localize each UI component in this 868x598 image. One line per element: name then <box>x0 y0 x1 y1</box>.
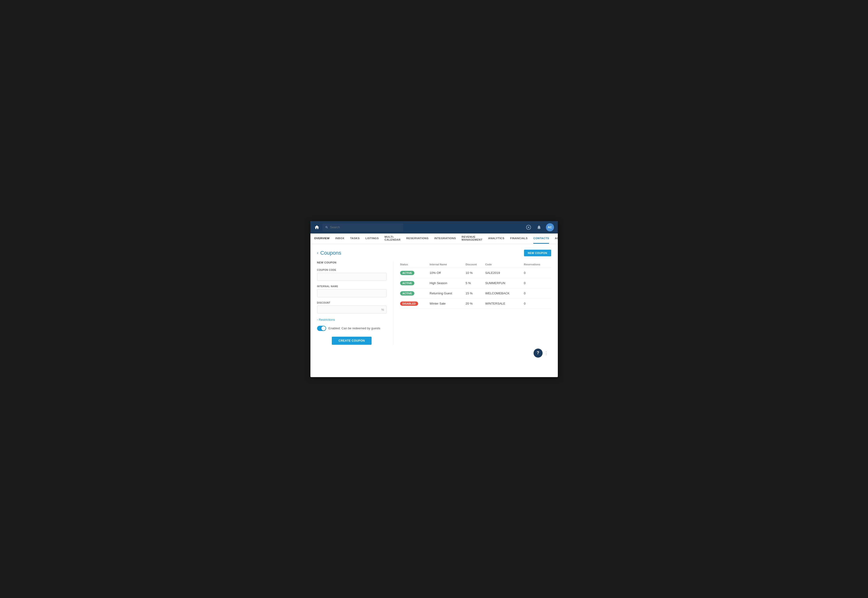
status-badge: DISABLED <box>400 302 418 306</box>
main-content: ‹ Coupons NEW COUPON NEW COUPON COUPON C… <box>310 244 558 377</box>
table-row: ACTIVE High Season 5 % SUMMERFUN 0 <box>400 278 551 288</box>
cell-reservations: 0 <box>524 288 551 298</box>
cell-discount: 20 % <box>465 298 485 309</box>
back-arrow[interactable]: ‹ <box>317 250 319 256</box>
nav-item-financials[interactable]: FINANCIALS <box>510 233 528 244</box>
cell-internal-name: Winter Sale <box>430 298 465 309</box>
table-row: ACTIVE 10% Off 10 % SALE2019 0 <box>400 268 551 278</box>
toggle-row: Enabled: Can be redeemed by guests <box>317 326 386 331</box>
cell-status: ACTIVE <box>400 278 430 288</box>
add-icon[interactable] <box>525 224 532 231</box>
top-bar-right: AC <box>525 223 554 231</box>
discount-wrap: % <box>317 305 386 314</box>
cell-discount: 5 % <box>465 278 485 288</box>
form-section-title: NEW COUPON <box>317 261 386 264</box>
nav-item-account[interactable]: ACCOUNT <box>555 233 558 244</box>
table-row: ACTIVE Returning Guest 15 % WELCOMEBACK … <box>400 288 551 298</box>
restrictions-label: Restrictions <box>319 318 335 321</box>
search-input[interactable] <box>330 226 400 229</box>
nav-item-multicalendar[interactable]: MULTI-CALENDAR <box>385 233 401 244</box>
cell-internal-name: High Season <box>430 278 465 288</box>
internal-name-label: INTERNAL NAME <box>317 285 386 288</box>
coupons-table: Status Internal name Discount Code Reser… <box>400 261 551 309</box>
browser-window: AC OVERVIEW INBOX TASKS LISTINGS MULTI-C… <box>310 221 558 377</box>
status-badge: ACTIVE <box>400 281 415 286</box>
col-code: Code <box>485 261 524 268</box>
create-coupon-button[interactable]: CREATE COUPON <box>332 337 371 345</box>
cell-code: WINTERSALE <box>485 298 524 309</box>
discount-group: DISCOUNT % <box>317 302 386 314</box>
internal-name-group: INTERNAL NAME <box>317 285 386 297</box>
search-bar <box>322 223 403 231</box>
search-icon <box>325 226 328 229</box>
cell-code: SUMMERFUN <box>485 278 524 288</box>
nav-item-contacts[interactable]: CONTACTS <box>533 233 549 244</box>
bell-icon[interactable] <box>536 224 543 231</box>
new-coupon-button[interactable]: NEW COUPON <box>524 250 551 256</box>
col-internal-name: Internal name <box>430 261 465 268</box>
restrictions-link[interactable]: › Restrictions <box>317 318 386 321</box>
cell-internal-name: 10% Off <box>430 268 465 278</box>
table-panel: Status Internal name Discount Code Reser… <box>393 261 551 345</box>
toggle-label: Enabled: Can be redeemed by guests <box>329 326 380 330</box>
cell-status: ACTIVE <box>400 288 430 298</box>
status-badge: ACTIVE <box>400 291 415 296</box>
col-reservations: Reservations <box>524 261 551 268</box>
internal-name-input[interactable] <box>317 289 386 297</box>
form-panel: NEW COUPON COUPON CODE INTERNAL NAME DIS… <box>317 261 393 345</box>
toggle-knob <box>321 326 326 330</box>
discount-label: DISCOUNT <box>317 302 386 304</box>
nav-item-integrations[interactable]: INTEGRATIONS <box>434 233 456 244</box>
chevron-right-icon: › <box>317 318 318 321</box>
page-title-wrap: ‹ Coupons <box>317 250 341 256</box>
nav-item-revenue[interactable]: REVENUE MANAGEMENT <box>461 233 482 244</box>
percent-sign: % <box>381 308 384 311</box>
cell-discount: 10 % <box>465 268 485 278</box>
nav-item-analytics[interactable]: ANALYTICS <box>488 233 504 244</box>
home-icon[interactable] <box>314 225 319 230</box>
page-title: Coupons <box>320 250 341 256</box>
cell-code: SALE2019 <box>485 268 524 278</box>
col-status: Status <box>400 261 430 268</box>
coupon-code-label: COUPON CODE <box>317 269 386 271</box>
nav-item-overview[interactable]: OVERVIEW <box>314 233 330 244</box>
top-bar: AC <box>310 221 558 233</box>
cell-reservations: 0 <box>524 298 551 309</box>
col-discount: Discount <box>465 261 485 268</box>
coupon-code-input[interactable] <box>317 273 386 281</box>
cell-status: ACTIVE <box>400 268 430 278</box>
status-badge: ACTIVE <box>400 271 415 275</box>
two-col-layout: NEW COUPON COUPON CODE INTERNAL NAME DIS… <box>317 261 551 345</box>
nav-bar: OVERVIEW INBOX TASKS LISTINGS MULTI-CALE… <box>310 233 558 244</box>
cell-internal-name: Returning Guest <box>430 288 465 298</box>
page-header: ‹ Coupons NEW COUPON <box>317 250 551 256</box>
cell-code: WELCOMEBACK <box>485 288 524 298</box>
cell-reservations: 0 <box>524 278 551 288</box>
avatar[interactable]: AC <box>546 223 554 231</box>
table-row: DISABLED Winter Sale 20 % WINTERSALE 0 <box>400 298 551 309</box>
nav-item-tasks[interactable]: TASKS <box>350 233 360 244</box>
enabled-toggle[interactable] <box>317 326 326 331</box>
nav-item-inbox[interactable]: INBOX <box>335 233 344 244</box>
coupon-code-group: COUPON CODE <box>317 269 386 281</box>
nav-item-reservations[interactable]: RESERVATIONS <box>406 233 429 244</box>
cell-status: DISABLED <box>400 298 430 309</box>
help-button[interactable]: ? <box>534 348 543 357</box>
help-dots-icon[interactable]: ⋮ <box>544 350 548 356</box>
cell-reservations: 0 <box>524 268 551 278</box>
discount-input[interactable] <box>317 305 386 314</box>
help-area: ? ⋮ <box>317 345 551 357</box>
cell-discount: 15 % <box>465 288 485 298</box>
nav-item-listings[interactable]: LISTINGS <box>365 233 379 244</box>
table-header-row: Status Internal name Discount Code Reser… <box>400 261 551 268</box>
